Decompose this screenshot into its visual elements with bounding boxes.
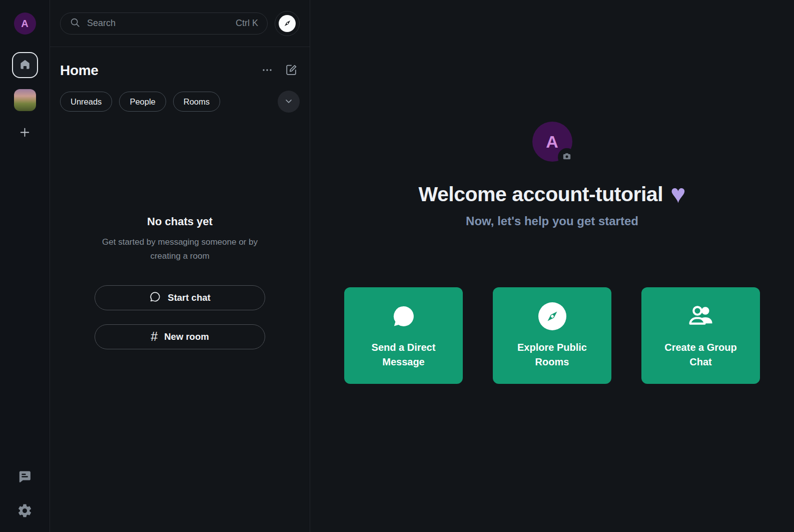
chevron-down-icon: [284, 96, 294, 108]
room-list-panel: Ctrl K Home Unreads People Ro: [50, 0, 310, 532]
empty-state-title: No chats yet: [60, 215, 300, 228]
user-menu-avatar[interactable]: A: [14, 13, 36, 35]
filter-rooms[interactable]: Rooms: [173, 92, 220, 112]
overflow-menu-icon: [261, 64, 273, 78]
page-title: Home: [60, 63, 259, 79]
add-space-button[interactable]: [17, 125, 33, 141]
card-label: Explore Public Rooms: [509, 340, 595, 369]
upload-avatar-badge[interactable]: [558, 148, 576, 166]
search-icon: [70, 17, 81, 30]
chat-bubble-icon: [391, 302, 417, 331]
empty-state-subtitle: Get started by messaging someone or by c…: [93, 235, 267, 263]
chat-bubble-icon: [149, 291, 161, 305]
camera-icon: [562, 151, 572, 163]
start-chat-button[interactable]: Start chat: [95, 285, 265, 310]
welcome-screen: A Welcome account-tutorial ♥ Now, let's …: [310, 0, 794, 532]
explore-rooms-button[interactable]: [275, 11, 300, 36]
compose-icon: [285, 64, 298, 78]
profile-avatar-initial: A: [546, 132, 558, 152]
welcome-heading: Welcome account-tutorial ♥: [419, 183, 686, 206]
hash-icon: #: [151, 330, 158, 343]
plus-icon: [19, 126, 31, 140]
sidebar-item-home[interactable]: [12, 52, 38, 78]
filter-unreads[interactable]: Unreads: [60, 92, 112, 112]
room-list-options-button[interactable]: [259, 62, 276, 79]
space-rail: A: [0, 0, 50, 532]
room-list-body: Home Unreads People Rooms: [50, 47, 310, 532]
empty-state-actions: Start chat # New room: [60, 285, 300, 349]
search-bar[interactable]: Ctrl K: [60, 13, 268, 35]
collapse-filters-button[interactable]: [278, 91, 300, 113]
welcome-subtitle: Now, let's help you get started: [466, 214, 638, 228]
room-list-title-row: Home: [60, 62, 300, 79]
search-input[interactable]: [87, 18, 229, 29]
filters-row: Unreads People Rooms: [60, 91, 300, 113]
space-avatar[interactable]: [14, 89, 36, 111]
new-room-label: New room: [164, 331, 209, 342]
compass-icon: [279, 15, 296, 32]
profile-avatar-wrap[interactable]: A: [532, 122, 572, 162]
user-avatar-initial: A: [21, 18, 28, 30]
compose-button[interactable]: [283, 62, 300, 79]
explore-public-rooms-card[interactable]: Explore Public Rooms: [493, 287, 611, 384]
compass-icon: [538, 302, 566, 331]
group-icon: [687, 302, 715, 331]
feedback-button[interactable]: [17, 469, 34, 486]
search-shortcut: Ctrl K: [236, 18, 258, 29]
new-room-button[interactable]: # New room: [95, 324, 265, 349]
quick-action-cards: Send a Direct Message Explore Public Roo…: [344, 287, 760, 384]
home-icon: [19, 58, 32, 73]
settings-button[interactable]: [17, 503, 34, 520]
send-direct-message-card[interactable]: Send a Direct Message: [344, 287, 463, 384]
card-label: Send a Direct Message: [361, 340, 447, 369]
feedback-icon: [17, 469, 33, 486]
start-chat-label: Start chat: [168, 292, 210, 303]
filter-people[interactable]: People: [119, 92, 166, 112]
create-group-chat-card[interactable]: Create a Group Chat: [641, 287, 760, 384]
panel-header: Ctrl K: [50, 0, 310, 47]
gear-icon: [17, 503, 33, 520]
card-label: Create a Group Chat: [658, 340, 744, 369]
welcome-title-text: Welcome account-tutorial: [419, 183, 663, 206]
empty-state: No chats yet Get started by messaging so…: [60, 215, 300, 349]
